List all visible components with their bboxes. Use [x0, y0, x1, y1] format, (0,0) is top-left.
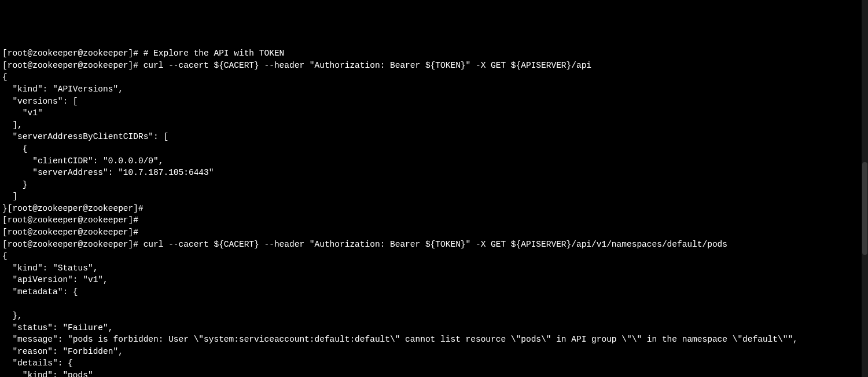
terminal-line: "versions": [	[2, 97, 78, 106]
terminal-line	[2, 299, 23, 308]
terminal-line: [root@zookeeper@zookeeper]# curl --cacer…	[2, 240, 727, 249]
terminal-line: {	[2, 72, 8, 82]
scrollbar-thumb[interactable]	[862, 162, 867, 255]
terminal-line: "details": {	[2, 358, 73, 368]
terminal-line: "metadata": {	[2, 287, 78, 297]
terminal-line: "status": "Failure",	[2, 323, 113, 332]
terminal-line: "serverAddressByClientCIDRs": [	[2, 132, 168, 141]
terminal-line: }[root@zookeeper@zookeeper]#	[2, 204, 148, 213]
terminal-line: "v1"	[2, 108, 43, 118]
terminal-line: [root@zookeeper@zookeeper]# # Explore th…	[2, 49, 284, 58]
terminal-line: {	[2, 251, 8, 261]
terminal-line: "kind": "pods"	[2, 371, 93, 377]
terminal-line: [root@zookeeper@zookeeper]#	[2, 215, 144, 225]
terminal-line: [root@zookeeper@zookeeper]# curl --cacer…	[2, 61, 591, 70]
terminal-output[interactable]: [root@zookeeper@zookeeper]# # Explore th…	[0, 47, 868, 377]
terminal-line: "reason": "Forbidden",	[2, 347, 123, 356]
terminal-line: ],	[2, 120, 23, 130]
terminal-line: "message": "pods is forbidden: User \"sy…	[2, 335, 798, 344]
terminal-line: ]	[2, 192, 17, 201]
terminal-line: {	[2, 144, 28, 153]
terminal-line: "kind": "Status",	[2, 263, 98, 273]
terminal-line: "kind": "APIVersions",	[2, 85, 123, 94]
terminal-line: },	[2, 311, 23, 320]
terminal-line: }	[2, 180, 28, 189]
terminal-line: "serverAddress": "10.7.187.105:6443"	[2, 168, 214, 177]
terminal-line: "clientCIDR": "0.0.0.0/0",	[2, 156, 163, 166]
scrollbar-track[interactable]	[862, 0, 868, 377]
terminal-line: [root@zookeeper@zookeeper]#	[2, 228, 144, 237]
terminal-line: "apiVersion": "v1",	[2, 275, 108, 284]
